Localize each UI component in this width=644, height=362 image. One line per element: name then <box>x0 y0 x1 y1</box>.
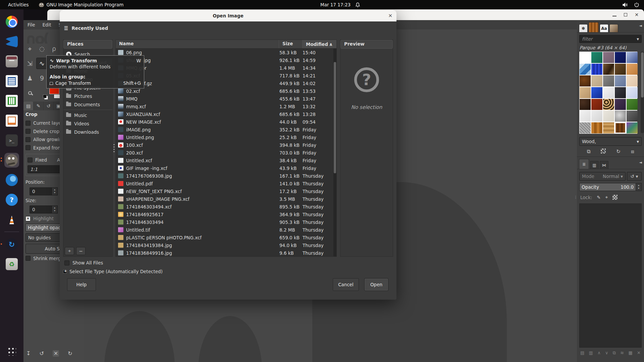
dock-item-writer[interactable] <box>4 74 19 88</box>
close-icon[interactable]: ✕ <box>635 12 639 17</box>
pattern-swatch[interactable] <box>591 99 602 110</box>
file-row[interactable]: 05.xcf717.8 kB14:21 <box>116 72 333 79</box>
place-documents[interactable]: Documents <box>63 100 112 109</box>
pattern-swatch[interactable] <box>627 122 638 133</box>
file-row[interactable]: 1741846303494905.3 kBThursday <box>116 218 333 226</box>
file-row[interactable]: NEW IMAGE.xcf44.0 kB09:54 <box>116 118 333 126</box>
file-row[interactable]: Untitled.png25.2 kBFriday <box>116 133 333 141</box>
tab-tool-options[interactable]: ▤ <box>23 102 34 110</box>
pattern-swatch[interactable] <box>580 52 591 63</box>
file-row[interactable]: iMAGE.png352.2 kBFriday <box>116 126 333 133</box>
restore-preset-icon[interactable]: ↺ <box>39 350 44 357</box>
pattern-swatch[interactable] <box>615 64 626 75</box>
pattern-swatch[interactable] <box>603 52 614 63</box>
clock-area[interactable]: Mar 17 17:23 <box>320 2 360 7</box>
tab-device-status[interactable]: ✎ <box>34 102 44 110</box>
add-place-button[interactable]: ＋ <box>65 247 74 255</box>
refresh-patterns-icon[interactable]: ↻ <box>616 148 621 155</box>
dock-item-terminal[interactable]: >_ <box>4 133 19 148</box>
file-row[interactable]: nEW_fONT_tEXT PNG.xcf17.2 kBThursday <box>116 187 333 195</box>
dock-item-updater[interactable]: ↻ <box>4 237 19 252</box>
tab-paths[interactable]: ⋈ <box>600 161 608 169</box>
pattern-swatch[interactable] <box>603 87 614 98</box>
highlight-checkbox[interactable] <box>25 216 31 221</box>
file-row[interactable]: MMQ.gbr1.4 MB14:34 <box>116 64 333 72</box>
dock-item-vscode[interactable] <box>4 34 19 49</box>
file-row[interactable]: Untitled.pdf141.0 kBThursday <box>116 180 333 187</box>
dock-menu-icon[interactable]: ◄ <box>639 160 642 165</box>
lower-layer-icon[interactable]: ∨ <box>605 350 608 356</box>
size-width-spinner[interactable]: 0 ▴▾ <box>30 205 58 214</box>
opacity-slider[interactable]: Opacity 100.0 <box>579 183 636 191</box>
lock-alpha-icon[interactable] <box>612 195 618 200</box>
layers-list[interactable] <box>579 203 642 348</box>
reset-tool-icon[interactable]: ↻ <box>68 350 72 357</box>
duplicate-pattern-icon[interactable]: ⧉ <box>587 148 591 155</box>
pattern-scrollbar[interactable] <box>641 52 644 133</box>
column-header-modified[interactable]: Modified∧ <box>303 40 336 48</box>
duplicate-layer-icon[interactable]: ⧉ <box>613 350 616 356</box>
file-list-scrollbar[interactable] <box>333 49 336 256</box>
pattern-swatch[interactable] <box>615 111 626 122</box>
layer-mode-dropdown[interactable]: Mode Normal ▾ <box>579 172 626 181</box>
raise-layer-icon[interactable]: ∧ <box>597 350 601 356</box>
dialog-close-icon[interactable]: ✕ <box>388 13 392 19</box>
default-colors-icon[interactable] <box>44 96 48 100</box>
unified-transform-tool-icon[interactable]: ⇲ <box>24 58 36 69</box>
open-pattern-icon[interactable]: ⧈ <box>631 148 634 155</box>
place-music[interactable]: Music <box>63 111 112 119</box>
lock-position-icon[interactable]: ⌖ <box>605 194 608 200</box>
fixed-checkbox[interactable] <box>28 158 33 163</box>
dock-item-impress[interactable] <box>4 113 19 128</box>
show-applications-button[interactable] <box>4 344 19 359</box>
cancel-button[interactable]: Cancel <box>333 278 359 291</box>
ellipse-select-tool-icon[interactable]: ◌ <box>36 43 48 54</box>
file-row[interactable]: 1741846925617364.9 kBThursday <box>116 210 333 218</box>
position-x-spinner[interactable]: 0 ▴▾ <box>30 187 58 195</box>
pattern-swatch[interactable] <box>603 99 614 110</box>
pattern-swatch[interactable] <box>580 87 591 98</box>
tab-patterns[interactable] <box>589 22 599 32</box>
tab-layers[interactable]: ≣ <box>579 159 589 169</box>
file-row[interactable]: 200.xcf703.0 kBFriday <box>116 149 333 157</box>
pattern-swatch[interactable] <box>627 99 638 110</box>
dock-item-vlc[interactable] <box>4 212 19 227</box>
pattern-swatch[interactable] <box>580 64 591 75</box>
volume-icon[interactable] <box>622 2 628 7</box>
pattern-swatch[interactable] <box>580 99 591 110</box>
move-tool-icon[interactable]: ⌖ <box>24 43 36 54</box>
column-header-name[interactable]: Name <box>116 40 279 48</box>
dock-item-thunderbird[interactable] <box>4 173 19 187</box>
delete-layer-icon[interactable]: ✕ <box>637 350 641 356</box>
shrink-merged-checkbox[interactable] <box>25 256 31 261</box>
pattern-swatch[interactable] <box>580 122 591 133</box>
pattern-swatch-selected[interactable] <box>615 122 626 133</box>
zoom-tool-icon[interactable] <box>24 87 36 99</box>
file-row[interactable]: 1741836849916.jpg9.6 kBThursday <box>116 249 333 256</box>
pattern-swatch[interactable] <box>591 87 602 98</box>
menu-edit[interactable]: Edit <box>43 22 51 27</box>
pattern-category-dropdown[interactable]: Wood,▾ <box>579 137 642 146</box>
pattern-swatch[interactable] <box>603 75 614 86</box>
file-row[interactable]: 100.xcf394.8 kBFriday <box>116 141 333 149</box>
tab-document-history[interactable] <box>609 24 618 32</box>
menu-file[interactable]: File <box>28 22 35 27</box>
show-all-files-option[interactable]: Show All Files <box>64 260 103 265</box>
pattern-swatch[interactable] <box>591 52 602 63</box>
file-row[interactable]: XUANZUAN.xcf685.6 kB13:28 <box>116 110 333 118</box>
column-header-size[interactable]: Size <box>279 40 303 48</box>
pattern-swatch[interactable] <box>591 75 602 86</box>
pane-resize-grip[interactable] <box>113 143 115 152</box>
activities-button[interactable]: Activities <box>5 1 32 8</box>
pattern-swatch[interactable] <box>627 52 638 63</box>
dock-item-gimp[interactable] <box>4 153 19 168</box>
dock-item-calc[interactable] <box>4 94 19 108</box>
file-row[interactable]: shuiyin.jpg926.1 kB14:59 <box>116 56 333 64</box>
smudge-tool-icon[interactable]: 9 <box>36 72 48 84</box>
pattern-swatch[interactable] <box>580 75 591 86</box>
mode-reset-button[interactable]: ↺ ▾ <box>627 172 642 181</box>
file-row[interactable]: pLASTIC pERSON pHOTO.PNG.xcf659.0 kBThur… <box>116 234 333 241</box>
minimize-icon[interactable] <box>612 16 616 16</box>
pattern-swatch[interactable] <box>591 111 602 122</box>
crop-option-checkbox[interactable] <box>25 145 31 150</box>
